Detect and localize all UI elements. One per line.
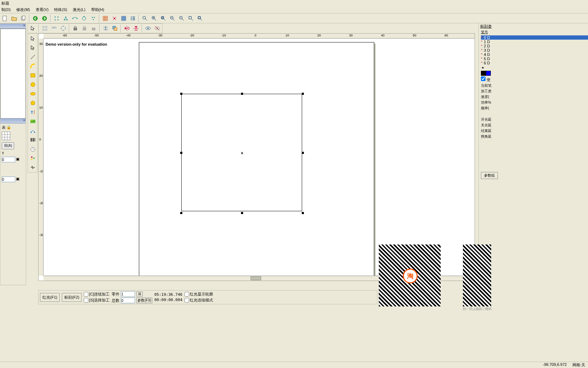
image-tool-icon[interactable] (29, 117, 37, 126)
config-icon[interactable] (110, 14, 119, 23)
node1-icon[interactable] (52, 14, 61, 23)
new-icon[interactable] (1, 14, 9, 23)
array3-icon[interactable] (59, 24, 67, 33)
line-tool-icon[interactable] (29, 53, 37, 61)
object-list[interactable] (0, 29, 26, 119)
resize-handle-se[interactable] (302, 212, 304, 214)
encoder-tool-icon[interactable] (29, 163, 37, 172)
red-continuous-checkbox[interactable]: 红光连续模式 (184, 298, 213, 303)
node5-icon[interactable] (89, 14, 98, 23)
zoom-sel-icon[interactable] (177, 14, 186, 23)
polygon-tool-icon[interactable] (29, 99, 37, 107)
mirror-v-icon[interactable] (132, 24, 140, 33)
resize-handle-nw[interactable] (180, 93, 182, 95)
pen-row[interactable]: *6 D (481, 61, 588, 65)
resize-handle-sw[interactable] (180, 212, 182, 214)
scrollbar-thumb[interactable] (251, 276, 261, 280)
resize-handle-ne[interactable] (302, 93, 304, 95)
param-group-button[interactable]: 参数组 (481, 172, 498, 179)
menu-modify[interactable]: 修改(M) (16, 7, 30, 12)
io-tool-icon[interactable] (29, 154, 37, 162)
array1-icon[interactable] (41, 24, 49, 33)
pen-row[interactable]: *2 D (481, 44, 588, 48)
zoom-in-icon[interactable] (150, 14, 158, 23)
select-tool-icon[interactable] (29, 34, 37, 43)
params-button[interactable]: 参数(F3) (136, 298, 152, 303)
close-icon[interactable]: × (23, 24, 25, 27)
zoom-all-icon[interactable] (187, 14, 195, 23)
zoom-fit-icon[interactable] (159, 14, 167, 23)
svg-point-13 (77, 18, 78, 19)
lock-icon[interactable]: 🔒 (6, 125, 11, 130)
menu-special[interactable]: 特殊(S) (54, 7, 67, 12)
node4-icon[interactable] (80, 14, 88, 23)
resize-handle-n[interactable] (241, 93, 243, 95)
eye-icon[interactable] (144, 24, 152, 33)
reset-button[interactable]: R (136, 292, 143, 297)
canvas[interactable]: Demo version-only for evaluation × (43, 39, 470, 276)
pen-list[interactable]: *0 D *1 D *2 D *3 D *4 D *5 D *6 D (481, 35, 588, 65)
zoom-out-icon[interactable] (168, 14, 177, 23)
zoom-ext-icon[interactable] (196, 14, 204, 23)
spinner-icon[interactable]: ▣ (16, 157, 19, 162)
vector-tool-icon[interactable] (29, 126, 37, 135)
resize-handle-e[interactable] (302, 152, 304, 154)
zoom-icon[interactable] (141, 14, 149, 23)
timer-tool-icon[interactable] (29, 145, 37, 153)
lock-icon[interactable] (71, 24, 80, 33)
align-icon[interactable] (101, 24, 110, 33)
undo-icon[interactable] (31, 14, 40, 23)
pen-row[interactable]: *5 D (481, 57, 588, 61)
red-light-button[interactable]: 红光(F1) (40, 293, 60, 302)
color-swatch-black[interactable] (481, 71, 486, 76)
hatch-icon[interactable] (101, 14, 110, 23)
continuous-checkbox[interactable]: [C]连续加工 (84, 292, 110, 297)
text-tool-icon[interactable]: T (29, 108, 37, 116)
y-input[interactable] (2, 177, 15, 182)
resize-handle-w[interactable] (180, 152, 182, 154)
spinner-icon[interactable]: ▣ (16, 177, 19, 182)
pen-row[interactable]: *1 D (481, 40, 588, 44)
copy-icon[interactable] (19, 14, 28, 23)
pen-row[interactable]: *4 D (481, 52, 588, 57)
mark-button[interactable]: 标刻(F2) (62, 293, 82, 302)
x-input[interactable] (2, 157, 15, 162)
node3-icon[interactable] (71, 14, 79, 23)
apply-button[interactable]: 用(A) (2, 142, 14, 149)
node2-icon[interactable] (61, 14, 70, 23)
red-outline-checkbox[interactable]: 红光显示轮廓 (184, 292, 213, 297)
scroll-left-icon[interactable]: ◄ (481, 66, 586, 69)
close-icon[interactable]: × (23, 119, 25, 122)
node-edit-icon[interactable] (29, 44, 37, 52)
mirror-h-icon[interactable] (123, 24, 131, 33)
rect-tool-icon[interactable] (29, 71, 37, 80)
menu-draw[interactable]: 制(D) (1, 7, 11, 12)
list-icon[interactable] (129, 14, 137, 23)
lock2-icon[interactable] (80, 24, 89, 33)
menu-help[interactable]: 帮助(H) (91, 7, 104, 12)
lock3-icon[interactable] (89, 24, 98, 33)
grid-icon[interactable] (119, 14, 128, 23)
layer-icon[interactable] (111, 24, 119, 33)
resize-handle-s[interactable] (241, 212, 243, 214)
circle-tool-icon[interactable] (29, 80, 37, 89)
total-input[interactable] (121, 298, 135, 303)
color-swatch-blue[interactable] (486, 71, 491, 76)
parts-input[interactable] (121, 291, 135, 297)
menu-laser[interactable]: 激光(L) (73, 7, 85, 12)
select-proc-checkbox[interactable]: [S]选择加工 (84, 298, 110, 303)
use-default-checkbox[interactable]: 使 (481, 76, 588, 82)
pen-row[interactable]: *3 D (481, 48, 588, 52)
ellipse-tool-icon[interactable] (29, 90, 37, 98)
redo-icon[interactable] (40, 14, 49, 23)
menu-view[interactable]: 查看(V) (36, 7, 49, 12)
curve-tool-icon[interactable] (29, 62, 37, 70)
array2-icon[interactable] (50, 24, 58, 33)
barcode-tool-icon[interactable] (29, 136, 37, 144)
parts-label: 零件 (112, 292, 119, 297)
open-icon[interactable] (10, 14, 18, 23)
svg-point-3 (33, 16, 37, 21)
pen-row[interactable]: *0 D (481, 35, 588, 40)
cursor-icon[interactable] (29, 24, 37, 33)
eye-off-icon[interactable] (153, 24, 161, 33)
